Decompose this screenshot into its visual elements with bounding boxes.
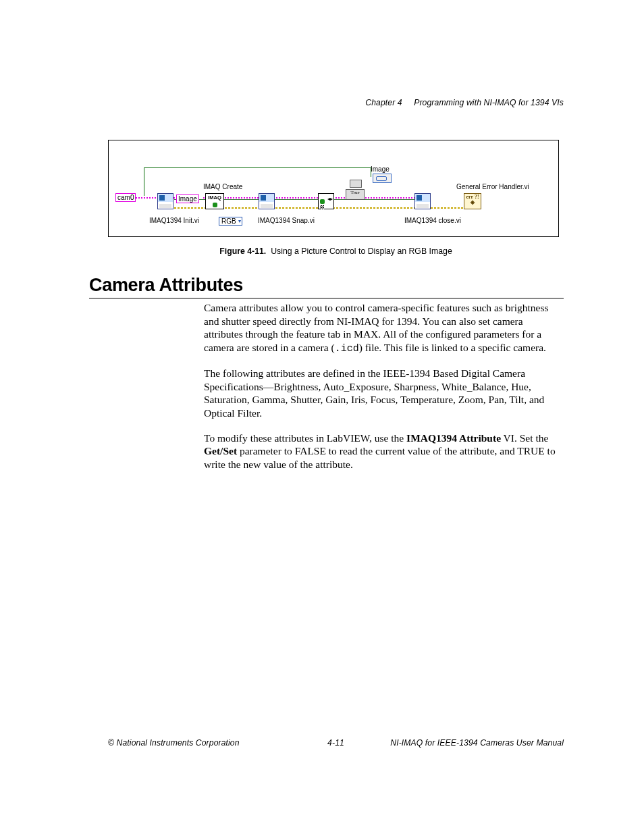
- imaq-init-vi-icon: [157, 193, 173, 209]
- chapter-title: Programming with NI-IMAQ for 1394 VIs: [414, 98, 564, 107]
- body-text-column: Camera attributes allow you to control c…: [204, 301, 558, 471]
- paragraph-2: The following attributes are defined in …: [204, 367, 558, 420]
- chapter-ref: Chapter 4: [365, 98, 402, 107]
- cam0-control: cam0: [115, 193, 136, 202]
- bool-true-label: True: [346, 189, 365, 200]
- wire: [144, 167, 371, 168]
- figure-number: Figure 4-11.: [219, 246, 266, 256]
- imaq-init-label: IMAQ1394 Init.vi: [149, 217, 199, 224]
- paragraph-1: Camera attributes allow you to control c…: [204, 301, 558, 355]
- bold-get-set: Get/Set: [204, 445, 237, 457]
- error-handler-icon: err ?!◈: [464, 193, 481, 209]
- footer-page-number: 4-11: [108, 738, 564, 748]
- bool-top-icon: [350, 180, 362, 188]
- paragraph-3: To modify these attributes in LabVIEW, u…: [204, 432, 558, 471]
- image-name-control: Image: [176, 194, 199, 203]
- section-heading: Camera Attributes: [89, 275, 564, 298]
- imaq-create-label: IMAQ Create: [203, 183, 242, 190]
- error-handler-label: General Error Handler.vi: [456, 183, 529, 190]
- figure-block-diagram: cam0 IMAQ1394 Init.vi Image IMAQ Create …: [108, 140, 559, 237]
- chapter-header: Chapter 4 Programming with NI-IMAQ for 1…: [108, 98, 564, 107]
- figure-caption-text: Using a Picture Control to Display an RG…: [271, 246, 452, 256]
- figure-caption: Figure 4-11. Using a Picture Control to …: [108, 246, 564, 256]
- code-icd: .icd: [335, 343, 359, 355]
- image-indicator-terminal: [373, 174, 392, 183]
- imaq-create-icon-text: IMAQ: [208, 194, 221, 201]
- boolean-cluster: True: [346, 180, 366, 207]
- bold-imaq1394-attribute: IMAQ1394 Attribute: [406, 432, 501, 444]
- image-indicator-label: Image: [371, 165, 390, 173]
- imaq-close-label: IMAQ1394 close.vi: [404, 217, 461, 224]
- page-content: Chapter 4 Programming with NI-IMAQ for 1…: [108, 98, 564, 483]
- imaq-snap-vi-icon: [259, 193, 275, 209]
- wire: [144, 167, 144, 196]
- error-handler-icon-text: err ?!◈: [464, 194, 481, 206]
- imaq-create-icon: IMAQ: [205, 193, 224, 209]
- wire-pink: [203, 197, 426, 199]
- page-footer: © National Instruments Corporation 4-11 …: [108, 738, 564, 748]
- imaq-snap-label: IMAQ1394 Snap.vi: [258, 217, 315, 224]
- checker-icon: [320, 205, 324, 209]
- green-dot-icon: [213, 203, 217, 207]
- rgb-enum-selector: RGB: [219, 217, 242, 226]
- imaq-close-vi-icon: [414, 193, 431, 209]
